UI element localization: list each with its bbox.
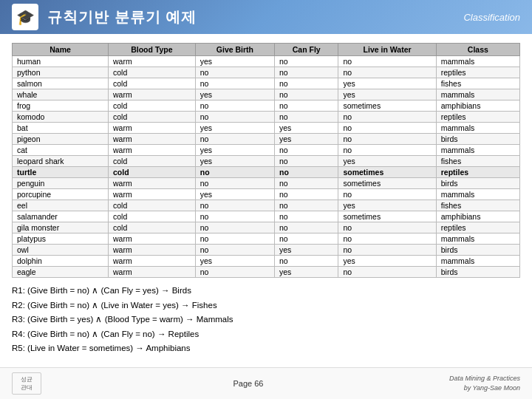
table-cell: no xyxy=(195,200,274,211)
table-row: whalewarmyesnoyesmammals xyxy=(13,89,520,100)
table-cell: sometimes xyxy=(338,211,436,222)
table-cell: cold xyxy=(109,67,196,78)
table-cell: yes xyxy=(195,89,274,100)
table-cell: reptiles xyxy=(436,67,519,78)
table-cell: no xyxy=(195,167,274,178)
table-cell: gila monster xyxy=(13,222,109,233)
table-cell: yes xyxy=(275,123,338,134)
table-cell: warm xyxy=(109,89,196,100)
table-cell: no xyxy=(338,245,436,256)
table-cell: no xyxy=(195,245,274,256)
table-row: pigeonwarmnoyesnobirds xyxy=(13,134,520,145)
table-cell: pigeon xyxy=(13,134,109,145)
table-cell: warm xyxy=(109,233,196,245)
main-content: Name Blood Type Give Birth Can Fly Live … xyxy=(0,34,532,362)
table-cell: no xyxy=(195,267,274,278)
table-cell: sometimes xyxy=(338,167,436,178)
table-cell: whale xyxy=(13,89,109,100)
table-row: gila monstercoldnononoreptiles xyxy=(13,222,520,233)
table-row: humanwarmyesnonomammals xyxy=(13,56,520,67)
table-cell: sometimes xyxy=(338,178,436,189)
table-header-row: Name Blood Type Give Birth Can Fly Live … xyxy=(13,44,520,56)
rule-3: R3: (Give Birth = yes) ∧ (Blood Type = w… xyxy=(12,313,520,327)
table-cell: warm xyxy=(109,56,196,67)
table-cell: no xyxy=(275,178,338,189)
table-row: platypuswarmnononomammals xyxy=(13,233,520,245)
table-cell: reptiles xyxy=(436,167,519,178)
table-cell: no xyxy=(195,222,274,233)
table-row: frogcoldnonosometimesamphibians xyxy=(13,100,520,112)
table-cell: yes xyxy=(338,156,436,167)
table-cell: no xyxy=(275,233,338,245)
table-cell: no xyxy=(338,267,436,278)
credit-line2: by Yang-Sae Moon xyxy=(464,384,520,392)
table-row: salamandercoldnonosometimesamphibians xyxy=(13,211,520,222)
table-cell: no xyxy=(275,256,338,267)
table-cell: yes xyxy=(195,189,274,200)
table-cell: no xyxy=(338,123,436,134)
page-header: 🎓 규칙기반 분류기 예제 Classification xyxy=(0,0,532,34)
table-cell: no xyxy=(275,167,338,178)
table-cell: cat xyxy=(13,145,109,156)
table-cell: warm xyxy=(109,245,196,256)
table-cell: salamander xyxy=(13,211,109,222)
table-cell: eel xyxy=(13,200,109,211)
table-cell: no xyxy=(338,233,436,245)
table-cell: no xyxy=(195,134,274,145)
table-row: penguinwarmnonosometimesbirds xyxy=(13,178,520,189)
credit-line1: Data Mining & Practices xyxy=(449,375,520,382)
table-row: turtlecoldnonosometimesreptiles xyxy=(13,167,520,178)
classification-table: Name Blood Type Give Birth Can Fly Live … xyxy=(12,43,520,278)
table-cell: yes xyxy=(338,78,436,89)
table-cell: no xyxy=(275,89,338,100)
rule-2: R2: (Give Birth = no) ∧ (Live in Water =… xyxy=(12,299,520,313)
table-cell: no xyxy=(275,145,338,156)
table-cell: penguin xyxy=(13,178,109,189)
table-row: eaglewarmnoyesnobirds xyxy=(13,267,520,278)
table-cell: no xyxy=(195,211,274,222)
table-row: owlwarmnoyesnobirds xyxy=(13,245,520,256)
table-cell: amphibians xyxy=(436,100,519,112)
table-row: leopard sharkcoldyesnoyesfishes xyxy=(13,156,520,167)
table-cell: yes xyxy=(338,200,436,211)
table-cell: no xyxy=(275,211,338,222)
col-name: Name xyxy=(13,44,109,56)
table-cell: no xyxy=(195,112,274,123)
table-row: komodocoldnononoreptiles xyxy=(13,112,520,123)
table-cell: yes xyxy=(195,123,274,134)
table-cell: no xyxy=(275,222,338,233)
table-cell: no xyxy=(338,189,436,200)
table-cell: mammals xyxy=(436,56,519,67)
table-cell: no xyxy=(338,56,436,67)
table-cell: mammals xyxy=(436,89,519,100)
table-cell: no xyxy=(275,200,338,211)
table-cell: cold xyxy=(109,112,196,123)
table-cell: mammals xyxy=(436,145,519,156)
table-cell: no xyxy=(338,145,436,156)
table-cell: no xyxy=(275,78,338,89)
rule-5: R5: (Live in Water = sometimes) → Amphib… xyxy=(12,341,520,356)
table-cell: cold xyxy=(109,100,196,112)
table-cell: yes xyxy=(195,256,274,267)
table-cell: birds xyxy=(436,178,519,189)
table-cell: reptiles xyxy=(436,112,519,123)
table-row: porcupinewarmyesnonomammals xyxy=(13,189,520,200)
table-cell: mammals xyxy=(436,189,519,200)
university-logo: 성균관대 xyxy=(12,372,41,395)
table-cell: bat xyxy=(13,123,109,134)
table-cell: komodo xyxy=(13,112,109,123)
footer-credit: Data Mining & Practices by Yang-Sae Moon xyxy=(449,374,520,392)
table-cell: frog xyxy=(13,100,109,112)
classification-label: Classification xyxy=(463,12,520,23)
table-cell: no xyxy=(195,233,274,245)
table-cell: yes xyxy=(275,245,338,256)
table-cell: eagle xyxy=(13,267,109,278)
table-cell: no xyxy=(338,67,436,78)
table-cell: dolphin xyxy=(13,256,109,267)
table-cell: birds xyxy=(436,267,519,278)
table-body: humanwarmyesnonomammalspythoncoldnononor… xyxy=(13,56,520,278)
table-cell: turtle xyxy=(13,167,109,178)
col-class: Class xyxy=(436,44,519,56)
data-table-container: Name Blood Type Give Birth Can Fly Live … xyxy=(12,43,520,278)
table-cell: warm xyxy=(109,267,196,278)
